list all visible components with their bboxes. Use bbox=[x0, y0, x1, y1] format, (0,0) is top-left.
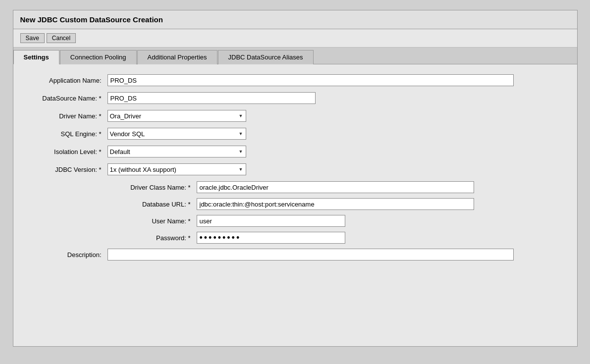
password-input[interactable] bbox=[197, 232, 345, 244]
driver-class-name-input[interactable] bbox=[197, 181, 474, 193]
jdbc-version-select-wrapper: 1x (without XA support) bbox=[107, 163, 246, 175]
tabs-bar: Settings Connection Pooling Additional P… bbox=[13, 48, 577, 64]
tab-additional-properties[interactable]: Additional Properties bbox=[137, 50, 217, 64]
description-label: Description: bbox=[28, 251, 107, 259]
description-row: Description: bbox=[28, 249, 562, 260]
driver-name-label: Driver Name: * bbox=[28, 112, 107, 120]
isolation-level-select[interactable]: Default bbox=[107, 146, 246, 157]
page-title: New JDBC Custom DataSource Creation bbox=[20, 15, 163, 24]
sql-engine-row: SQL Engine: * Vendor SQL bbox=[28, 128, 562, 140]
jdbc-version-select[interactable]: 1x (without XA support) bbox=[107, 163, 246, 175]
driver-class-name-row: Driver Class Name: * bbox=[107, 181, 562, 193]
driver-name-select-wrapper: Ora_Driver bbox=[107, 110, 246, 122]
database-url-row: Database URL: * bbox=[107, 198, 562, 210]
tab-settings[interactable]: Settings bbox=[13, 50, 59, 64]
user-name-input[interactable] bbox=[197, 215, 345, 227]
panel-title: New JDBC Custom DataSource Creation bbox=[13, 10, 577, 29]
datasource-name-row: DataSource Name: * bbox=[28, 92, 562, 104]
isolation-level-label: Isolation Level: * bbox=[28, 148, 107, 156]
user-name-row: User Name: * bbox=[107, 215, 562, 227]
datasource-name-label: DataSource Name: * bbox=[28, 95, 107, 102]
settings-content: Application Name: DataSource Name: * Dri… bbox=[13, 64, 577, 276]
driver-sub-form: Driver Class Name: * Database URL: * Use… bbox=[107, 181, 562, 244]
sql-engine-select-wrapper: Vendor SQL bbox=[107, 128, 246, 140]
isolation-level-row: Isolation Level: * Default bbox=[28, 146, 562, 157]
datasource-name-input[interactable] bbox=[107, 92, 316, 104]
database-url-input[interactable] bbox=[197, 198, 474, 210]
driver-class-name-label: Driver Class Name: * bbox=[107, 184, 197, 191]
toolbar: Save Cancel bbox=[13, 29, 577, 48]
main-panel: New JDBC Custom DataSource Creation Save… bbox=[13, 10, 578, 347]
jdbc-version-label: JDBC Version: * bbox=[28, 166, 107, 173]
sql-engine-select[interactable]: Vendor SQL bbox=[107, 128, 246, 140]
application-name-label: Application Name: bbox=[28, 77, 107, 84]
database-url-label: Database URL: * bbox=[107, 201, 197, 208]
tab-connection-pooling[interactable]: Connection Pooling bbox=[60, 50, 137, 64]
driver-name-row: Driver Name: * Ora_Driver bbox=[28, 110, 562, 122]
isolation-level-select-wrapper: Default bbox=[107, 146, 246, 157]
driver-name-select[interactable]: Ora_Driver bbox=[107, 110, 246, 122]
user-name-label: User Name: * bbox=[107, 217, 197, 225]
tab-jdbc-datasource-aliases[interactable]: JDBC DataSource Aliases bbox=[218, 50, 314, 64]
save-button[interactable]: Save bbox=[20, 33, 45, 43]
jdbc-version-row: JDBC Version: * 1x (without XA support) bbox=[28, 163, 562, 175]
description-input[interactable] bbox=[107, 249, 514, 260]
sql-engine-label: SQL Engine: * bbox=[28, 130, 107, 138]
application-name-input[interactable] bbox=[107, 74, 514, 86]
password-label: Password: * bbox=[107, 234, 197, 242]
cancel-button[interactable]: Cancel bbox=[47, 33, 76, 43]
application-name-row: Application Name: bbox=[28, 74, 562, 86]
password-row: Password: * bbox=[107, 232, 562, 244]
